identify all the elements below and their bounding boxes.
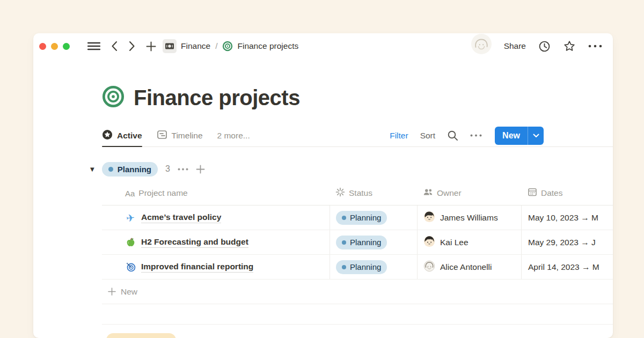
new-button-dropdown[interactable] bbox=[528, 127, 544, 145]
group-more-icon[interactable] bbox=[178, 168, 188, 171]
new-row-button[interactable]: New bbox=[102, 280, 613, 304]
group-status-badge[interactable]: Planning bbox=[102, 162, 158, 177]
back-icon[interactable] bbox=[111, 41, 118, 52]
next-group-badge-partial[interactable] bbox=[106, 333, 176, 338]
column-header-status[interactable]: Status bbox=[330, 181, 417, 205]
plus-icon bbox=[108, 288, 116, 296]
page-header: Finance projects bbox=[102, 85, 300, 110]
star-icon[interactable] bbox=[563, 40, 576, 53]
starred-view-icon bbox=[102, 129, 113, 142]
table-row: Improved financial reporting Planning Al… bbox=[102, 255, 613, 280]
page-target-icon[interactable] bbox=[102, 85, 125, 110]
topbar-right: Share bbox=[471, 35, 602, 57]
dates-cell[interactable]: April 14, 2023 → M bbox=[521, 255, 613, 279]
status-cell[interactable]: Planning bbox=[330, 230, 417, 254]
column-header-name[interactable]: Aa Project name bbox=[102, 181, 330, 205]
group-collapse-toggle[interactable]: ▼ bbox=[90, 166, 94, 172]
search-icon[interactable] bbox=[447, 130, 458, 141]
avatar bbox=[423, 260, 435, 274]
breadcrumb-workspace[interactable]: Finance bbox=[181, 41, 210, 51]
minimize-window-button[interactable] bbox=[51, 43, 58, 50]
status-badge: Planning bbox=[336, 211, 387, 225]
blue-target-icon bbox=[125, 262, 136, 272]
more-icon[interactable] bbox=[588, 45, 602, 48]
table-row: ✈ Acme’s travel policy Planning James Wi… bbox=[102, 205, 613, 230]
project-name-cell[interactable]: Improved financial reporting bbox=[102, 255, 330, 279]
dates-cell[interactable]: May 10, 2023 → M bbox=[521, 205, 613, 230]
project-name-cell[interactable]: ✈ Acme’s travel policy bbox=[102, 205, 330, 230]
view-more-icon[interactable] bbox=[470, 134, 482, 137]
project-name-cell[interactable]: H2 Forecasting and budget bbox=[102, 230, 330, 254]
breadcrumb-page[interactable]: Finance projects bbox=[237, 41, 298, 51]
green-target-icon bbox=[222, 41, 233, 52]
people-property-icon bbox=[423, 187, 433, 199]
new-page-icon[interactable] bbox=[146, 41, 156, 52]
breadcrumb: Finance / Finance projects bbox=[163, 39, 298, 53]
tab-active[interactable]: Active bbox=[102, 124, 142, 146]
filter-button[interactable]: Filter bbox=[390, 131, 408, 141]
status-badge: Planning bbox=[336, 236, 387, 249]
new-button[interactable]: New bbox=[495, 127, 544, 145]
share-button[interactable]: Share bbox=[504, 41, 526, 51]
group-count: 3 bbox=[165, 164, 170, 174]
sort-button[interactable]: Sort bbox=[420, 131, 435, 141]
section-divider bbox=[102, 324, 613, 325]
owner-cell[interactable]: James Williams bbox=[417, 205, 521, 230]
forward-icon[interactable] bbox=[128, 41, 136, 52]
clock-icon[interactable] bbox=[538, 40, 551, 53]
banknote-icon[interactable] bbox=[163, 39, 177, 53]
dates-cell[interactable]: May 29, 2023 → J bbox=[521, 230, 613, 254]
page-title: Finance projects bbox=[134, 85, 300, 110]
calendar-property-icon bbox=[528, 187, 537, 199]
zoom-window-button[interactable] bbox=[63, 43, 70, 50]
status-dot bbox=[342, 265, 346, 269]
green-apple-icon bbox=[125, 237, 136, 247]
table-header-row: Aa Project name Status Owner bbox=[102, 181, 613, 205]
view-tabbar: Active Timeline 2 more... Filter Sort bbox=[102, 124, 613, 147]
collaborator-avatar[interactable] bbox=[471, 34, 492, 56]
status-dot bbox=[342, 216, 346, 220]
breadcrumb-separator: / bbox=[215, 41, 218, 51]
group-add-icon[interactable] bbox=[196, 165, 205, 174]
text-property-icon: Aa bbox=[125, 189, 135, 198]
desktop-background: Finance / Finance projects Share bbox=[0, 0, 644, 338]
app-window: Finance / Finance projects Share bbox=[33, 33, 613, 338]
window-topbar: Finance / Finance projects Share bbox=[33, 33, 613, 59]
more-views[interactable]: 2 more... bbox=[217, 131, 250, 141]
owner-cell[interactable]: Kai Lee bbox=[417, 230, 521, 254]
group-header: ▼ Planning 3 bbox=[90, 161, 205, 177]
column-header-dates[interactable]: Dates bbox=[521, 181, 613, 205]
tab-timeline[interactable]: Timeline bbox=[157, 124, 203, 146]
window-controls bbox=[39, 43, 70, 50]
hamburger-menu-icon[interactable] bbox=[87, 42, 100, 50]
nav-icons bbox=[87, 41, 156, 52]
owner-cell[interactable]: Alice Antonelli bbox=[417, 255, 521, 279]
view-controls: Filter Sort New bbox=[390, 127, 544, 145]
avatar bbox=[423, 236, 435, 249]
table-row: H2 Forecasting and budget Planning Kai L… bbox=[102, 230, 613, 255]
close-window-button[interactable] bbox=[39, 43, 46, 50]
status-property-icon bbox=[335, 187, 345, 199]
status-badge: Planning bbox=[336, 260, 387, 274]
status-cell[interactable]: Planning bbox=[330, 205, 417, 230]
avatar bbox=[423, 211, 435, 225]
view-tabs: Active Timeline 2 more... bbox=[102, 124, 250, 146]
column-header-owner[interactable]: Owner bbox=[417, 181, 521, 205]
chevron-down-icon bbox=[533, 134, 539, 138]
new-button-label[interactable]: New bbox=[495, 127, 528, 145]
status-dot bbox=[108, 167, 113, 172]
status-cell[interactable]: Planning bbox=[330, 255, 417, 279]
projects-table: Aa Project name Status Owner bbox=[102, 181, 613, 304]
timeline-view-icon bbox=[157, 129, 167, 142]
status-dot bbox=[342, 240, 346, 245]
airplane-icon: ✈ bbox=[125, 212, 136, 224]
